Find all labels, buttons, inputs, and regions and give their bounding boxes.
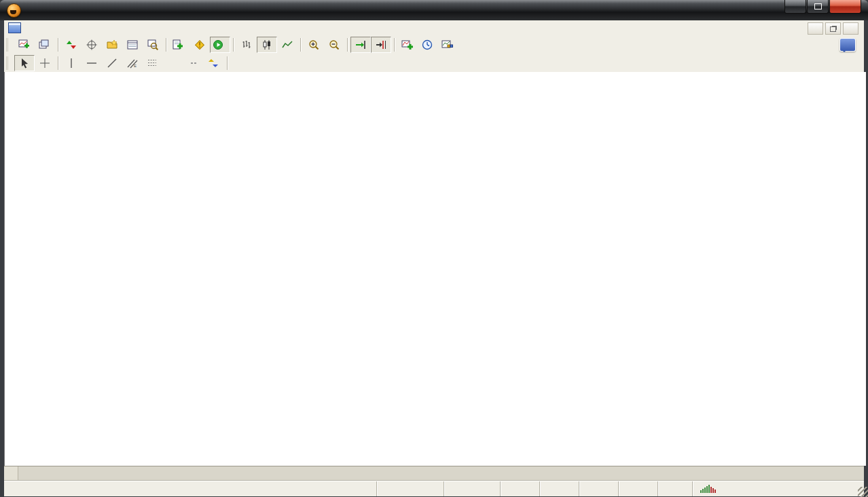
chart-tabs-bar: [4, 466, 864, 481]
toolbar-separator: [300, 38, 301, 52]
market-watch-button[interactable]: [61, 37, 82, 53]
status-profile[interactable]: [376, 481, 444, 496]
toolbar-separator: [58, 38, 58, 52]
arrows-tool-icon: [208, 58, 219, 69]
zoom-in-icon: [308, 39, 320, 50]
label-tool-icon: [191, 62, 196, 64]
horizontal-line-icon: [86, 58, 97, 69]
status-low: [579, 481, 618, 496]
status-close: [618, 481, 657, 496]
crosshair-tool-button[interactable]: [35, 55, 55, 71]
application-window: !: [0, 0, 868, 497]
chart-ohlc-header: [10, 75, 30, 83]
close-button[interactable]: [829, 0, 861, 14]
auto-scroll-button[interactable]: [350, 37, 371, 53]
cursor-tool-button[interactable]: [14, 55, 35, 71]
templates-icon: [441, 39, 454, 50]
crosshair-tool-icon: [39, 58, 50, 69]
warning-icon: !: [194, 39, 206, 51]
app-logo-icon: [7, 3, 21, 18]
standard-toolbar: !: [4, 35, 864, 55]
indicators-button[interactable]: [397, 37, 418, 53]
line-studies-toolbar: E: [4, 54, 864, 73]
status-bar: [4, 481, 864, 496]
candlestick-icon: [261, 39, 272, 50]
terminal-button[interactable]: [122, 37, 143, 53]
vertical-line-icon: [67, 58, 76, 69]
expert-properties-button[interactable]: !: [189, 37, 210, 53]
bar-chart-icon: [241, 39, 252, 50]
bar-chart-button[interactable]: [236, 37, 257, 53]
trendline-tool-button[interactable]: [102, 55, 122, 71]
zoom-in-button[interactable]: [304, 37, 324, 53]
tabs-left-spacer: [4, 466, 18, 481]
navigator-button[interactable]: [102, 37, 122, 53]
toolbar-separator: [58, 56, 58, 70]
restore-icon: [830, 26, 836, 32]
text-label-tool-button[interactable]: [183, 55, 204, 71]
chart-canvas[interactable]: [4, 72, 866, 466]
mdi-close-button[interactable]: [843, 22, 858, 35]
status-connection: [692, 481, 864, 496]
data-window-button[interactable]: [82, 37, 102, 53]
expert-advisors-button[interactable]: [210, 37, 230, 53]
title-bar: [0, 0, 868, 20]
text-tool-button[interactable]: [163, 55, 183, 71]
new-order-icon: [172, 39, 183, 50]
svg-text:E: E: [134, 64, 137, 68]
strategy-tester-button[interactable]: [143, 37, 163, 53]
tab-scroll-controls: [849, 466, 864, 481]
mdi-minimize-button[interactable]: [808, 22, 823, 35]
tester-magnifier-icon: [147, 39, 158, 50]
advisors-icon: [213, 39, 224, 50]
chart-shift-button[interactable]: [371, 37, 391, 53]
status-volume: [657, 481, 692, 496]
new-order-button[interactable]: [169, 37, 189, 53]
zoom-out-icon: [329, 39, 340, 50]
toolbar-separator: [233, 38, 234, 52]
arrows-tool-button[interactable]: [204, 55, 224, 71]
candlestick-chart-button[interactable]: [257, 37, 277, 53]
resize-grip[interactable]: [858, 487, 868, 497]
horizontal-line-tool-button[interactable]: [82, 55, 102, 71]
maximize-button[interactable]: [807, 0, 829, 14]
zoom-out-button[interactable]: [324, 37, 344, 53]
toolbar-grip[interactable]: [6, 38, 13, 52]
channel-icon: E: [127, 58, 138, 69]
folder-star-icon: [107, 39, 118, 50]
mdi-restore-button[interactable]: [825, 22, 841, 35]
line-chart-button[interactable]: [277, 37, 297, 53]
toolbar-separator: [166, 38, 166, 52]
status-help-text: [4, 481, 376, 496]
mdi-window-controls: [808, 22, 858, 35]
toolbar-separator: [347, 38, 348, 52]
toolbar-separator: [394, 38, 395, 52]
auto-scroll-icon: [355, 39, 367, 50]
clock-icon: [422, 39, 433, 50]
terminal-panel-icon: [127, 39, 138, 50]
menu-bar: [4, 20, 864, 36]
cursor-icon: [20, 58, 30, 69]
minimize-button[interactable]: [784, 0, 806, 14]
chart-window-icon[interactable]: [8, 22, 21, 33]
vertical-line-tool-button[interactable]: [61, 55, 82, 71]
fibonacci-tool-button[interactable]: [143, 55, 163, 71]
fibonacci-icon: [147, 58, 158, 69]
line-chart-icon: [282, 39, 293, 50]
svg-text:!: !: [198, 41, 200, 49]
mailbox-badge[interactable]: [839, 38, 856, 52]
new-chart-button[interactable]: [14, 37, 35, 53]
toolbar-grip[interactable]: [6, 56, 13, 70]
chart-shift-icon: [376, 39, 387, 50]
profiles-button[interactable]: [35, 37, 55, 53]
profiles-icon: [39, 39, 50, 50]
market-watch-icon: [66, 39, 77, 50]
crosshair-icon: [86, 39, 97, 50]
templates-button[interactable]: [438, 37, 458, 53]
connection-signal-icon: [700, 484, 717, 494]
status-open: [500, 481, 539, 496]
periods-button[interactable]: [418, 37, 438, 53]
channel-tool-button[interactable]: E: [122, 55, 143, 71]
maximize-icon: [814, 3, 822, 10]
status-bar-time: [444, 481, 500, 496]
